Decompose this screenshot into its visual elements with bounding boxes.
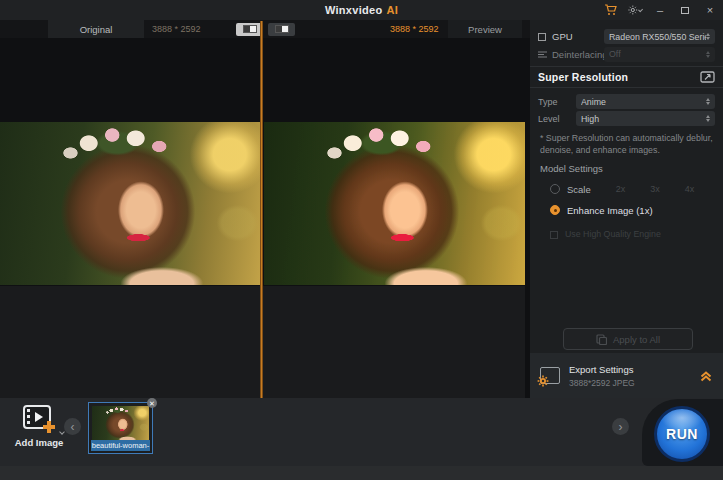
gpu-label: GPU — [552, 31, 573, 42]
view-toggle-group — [236, 23, 295, 36]
gpu-select[interactable]: Radeon RX550/550 Series — [604, 29, 715, 44]
slider-view-button[interactable] — [268, 23, 295, 36]
dropdown-arrows-icon — [706, 98, 710, 105]
cart-icon[interactable] — [603, 3, 617, 17]
dropdown-arrows-icon — [706, 33, 710, 40]
gear-icon[interactable] — [628, 3, 642, 17]
settings-panel: GPU Radeon RX550/550 Series Deinterlacin… — [530, 20, 723, 398]
thumbnail-item[interactable]: beautiful-woman- ✕ — [88, 402, 153, 454]
maximize-button[interactable] — [678, 3, 692, 17]
apply-to-all-button[interactable]: Apply to All — [563, 328, 693, 350]
enhance-image-label: Enhance Image (1x) — [567, 205, 653, 216]
title-bar: WinxvideoAI – × — [0, 0, 723, 20]
level-select-value: High — [581, 114, 706, 124]
quality-engine-checkbox[interactable] — [550, 231, 558, 239]
add-image-icon — [22, 404, 56, 434]
export-settings-icon — [540, 367, 560, 384]
close-button[interactable]: × — [703, 3, 717, 17]
type-label: Type — [538, 97, 568, 107]
scale-label: Scale — [567, 184, 591, 195]
level-select[interactable]: High — [576, 111, 715, 126]
gpu-select-value: Radeon RX550/550 Series — [609, 32, 706, 42]
enhanced-preview-image — [264, 122, 525, 285]
preview-area — [0, 38, 530, 398]
scale-option-2x[interactable]: 2x — [616, 184, 626, 194]
deinterlacing-icon — [538, 50, 547, 59]
scale-option-3x[interactable]: 3x — [650, 184, 660, 194]
dropdown-arrows-icon — [706, 51, 710, 58]
export-settings-title: Export Settings — [569, 364, 690, 375]
description-text: * Super Resolution can automatically deb… — [540, 133, 713, 157]
remove-thumbnail-button[interactable]: ✕ — [147, 398, 157, 408]
expand-icon[interactable] — [700, 71, 715, 83]
app-name: Winxvideo — [325, 4, 383, 16]
app-ai-suffix: AI — [387, 4, 399, 16]
type-select-value: Anime — [581, 97, 706, 107]
side-by-side-view-button[interactable] — [236, 23, 263, 36]
run-button[interactable]: RUN — [654, 406, 710, 462]
level-label: Level — [538, 114, 568, 124]
slider-view-icon — [275, 25, 289, 33]
scale-option-4x[interactable]: 4x — [685, 184, 695, 194]
model-settings-label: Model Settings — [540, 163, 603, 174]
maximize-icon — [681, 7, 689, 14]
side-by-side-icon — [243, 25, 257, 33]
apply-to-all-label: Apply to All — [613, 334, 660, 345]
prev-thumbnail-button[interactable]: ‹ — [64, 418, 81, 435]
gpu-checkbox[interactable] — [538, 33, 546, 41]
dropdown-arrows-icon — [706, 115, 710, 122]
deinterlacing-select[interactable]: Off — [604, 47, 715, 62]
preview-resolution-label: 3888 * 2592 — [390, 20, 439, 38]
deinterlacing-select-value: Off — [609, 49, 706, 59]
compare-divider-handle[interactable] — [260, 21, 263, 398]
bottom-strip — [0, 466, 723, 480]
original-resolution-label: 3888 * 2592 — [152, 20, 201, 38]
quality-engine-label: Use High Quality Engine — [565, 229, 665, 240]
gear-caret-icon — [638, 7, 643, 12]
collapse-chevron-icon[interactable] — [699, 369, 713, 383]
super-resolution-title: Super Resolution — [538, 71, 628, 83]
tab-preview[interactable]: Preview — [448, 20, 522, 38]
enhance-image-radio[interactable] — [550, 205, 560, 215]
original-image — [0, 122, 261, 285]
export-settings-bar[interactable]: Export Settings 3888*2592 JPEG — [530, 353, 723, 398]
deinterlacing-label: Deinterlacing — [552, 49, 607, 60]
preview-toolbar: Original 3888 * 2592 3888 * 2592 Preview — [0, 20, 530, 38]
add-image-button[interactable]: Add Image — [10, 404, 68, 460]
add-image-label: Add Image — [15, 437, 64, 448]
scale-radio[interactable] — [550, 184, 560, 194]
export-settings-value: 3888*2592 JPEG — [569, 378, 690, 388]
apply-to-all-icon — [596, 334, 607, 345]
thumbnail-label: beautiful-woman- — [91, 440, 150, 451]
minimize-button[interactable]: – — [653, 3, 667, 17]
next-thumbnail-button[interactable]: › — [612, 418, 629, 435]
thumbnail-image — [92, 406, 149, 440]
type-select[interactable]: Anime — [576, 94, 715, 109]
tab-original[interactable]: Original — [48, 20, 144, 38]
